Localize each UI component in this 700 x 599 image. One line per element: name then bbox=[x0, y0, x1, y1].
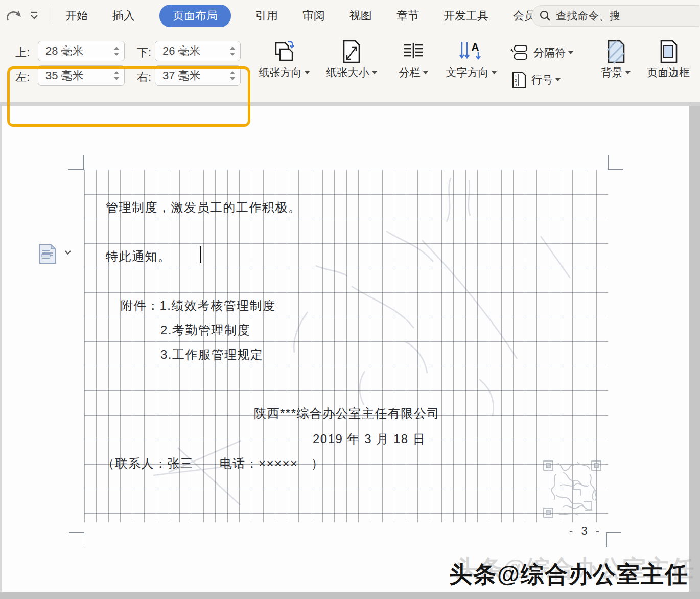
tab-view[interactable]: 视图 bbox=[349, 8, 372, 24]
toolbar-divider bbox=[53, 8, 53, 24]
attachment-line[interactable]: 3.工作服管理规定 bbox=[160, 347, 264, 363]
app-background bbox=[689, 106, 700, 592]
ribbon-content: 上: 28 毫米 下: 26 毫米 左: 35 毫米 右: 37 毫米 bbox=[0, 32, 700, 102]
top-margin-spinner[interactable] bbox=[114, 47, 124, 56]
chevron-down-icon bbox=[568, 51, 573, 54]
bottom-margin-label: 下: bbox=[137, 45, 151, 60]
top-margin-value: 28 毫米 bbox=[45, 43, 114, 59]
page-border-icon bbox=[658, 39, 679, 65]
line-numbers-icon: 1 2 3 bbox=[510, 71, 527, 89]
page-number: - 3 - bbox=[569, 524, 602, 538]
collapse-ribbon-icon[interactable] bbox=[29, 10, 39, 21]
contact-line[interactable]: （联系人：张三 电话：××××× ） bbox=[102, 455, 324, 472]
crop-mark-top-right bbox=[608, 169, 623, 170]
tab-home[interactable]: 开始 bbox=[65, 8, 88, 24]
page-background-label: 背景 bbox=[601, 65, 623, 80]
svg-text:2: 2 bbox=[515, 78, 517, 83]
bottom-margin-spinner[interactable] bbox=[230, 47, 240, 56]
crop-mark-bottom-left bbox=[84, 532, 85, 547]
chevron-down-icon bbox=[555, 78, 561, 81]
svg-text:1: 1 bbox=[515, 74, 517, 78]
wps-window: 开始 插入 页面布局 引用 审阅 视图 章节 开发工具 会员专享 查找命令、搜 … bbox=[0, 0, 700, 599]
tab-section[interactable]: 章节 bbox=[396, 8, 419, 24]
page-border-button[interactable]: 页面边框 bbox=[643, 39, 694, 80]
qr-stamp bbox=[541, 459, 606, 521]
chevron-down-icon bbox=[305, 71, 310, 74]
signature-company-line[interactable]: 陕西***综合办公室主任有限公司 bbox=[254, 405, 440, 422]
bottom-margin-field[interactable]: 26 毫米 bbox=[155, 41, 241, 61]
breaks-button[interactable]: 分隔符 bbox=[510, 44, 573, 61]
search-icon bbox=[539, 10, 551, 22]
redo-icon[interactable] bbox=[6, 8, 22, 24]
crop-mark-top-left bbox=[68, 169, 84, 170]
columns-label: 分栏 bbox=[399, 65, 421, 80]
watermark-text: 头条@综合办公室主任 bbox=[449, 559, 689, 590]
breaks-label: 分隔符 bbox=[533, 45, 566, 60]
svg-text:A: A bbox=[471, 41, 479, 54]
search-placeholder: 查找命令、搜 bbox=[556, 9, 620, 23]
tab-page-layout[interactable]: 页面布局 bbox=[159, 5, 231, 27]
margin-highlight-box bbox=[7, 66, 250, 127]
crop-mark-top-left bbox=[83, 155, 84, 170]
body-text-line[interactable]: 特此通知。 bbox=[106, 248, 171, 265]
tab-review[interactable]: 审阅 bbox=[302, 8, 325, 24]
document-icon bbox=[38, 243, 57, 265]
paper-size-icon bbox=[340, 39, 363, 65]
attachment-line[interactable]: 2.考勤管理制度 bbox=[160, 322, 250, 338]
line-numbers-label: 行号 bbox=[531, 73, 553, 87]
attachment-line[interactable]: 附件：1.绩效考核管理制度 bbox=[121, 297, 276, 314]
crop-mark-bottom-right bbox=[606, 532, 621, 533]
text-direction-icon: A bbox=[458, 39, 484, 65]
chevron-down-icon bbox=[423, 71, 428, 74]
chevron-down-icon bbox=[64, 249, 72, 256]
search-input[interactable]: 查找命令、搜 bbox=[531, 5, 700, 27]
breaks-icon bbox=[510, 44, 529, 61]
crop-mark-top-right bbox=[608, 155, 609, 170]
paper-size-label: 纸张大小 bbox=[326, 65, 369, 80]
ribbon-tab-bar: 开始 插入 页面布局 引用 审阅 视图 章节 开发工具 会员专享 查找命令、搜 bbox=[0, 0, 700, 32]
page-background-icon bbox=[605, 39, 626, 65]
crop-mark-bottom-right bbox=[606, 532, 607, 547]
text-cursor bbox=[200, 246, 201, 263]
bottom-margin-value: 26 毫米 bbox=[162, 43, 230, 59]
body-text-line[interactable]: 管理制度，激发员工的工作积极。 bbox=[106, 199, 301, 216]
top-margin-field[interactable]: 28 毫米 bbox=[38, 41, 125, 61]
top-margin-label: 上: bbox=[15, 45, 30, 60]
paper-size-button[interactable]: 纸张大小 bbox=[321, 39, 382, 80]
page-border-label: 页面边框 bbox=[647, 65, 690, 80]
page-left-edge bbox=[0, 106, 2, 592]
svg-text:3: 3 bbox=[515, 83, 517, 87]
page-settings-widget[interactable] bbox=[38, 243, 72, 265]
paper-orientation-label: 纸张方向 bbox=[259, 65, 302, 80]
tab-references[interactable]: 引用 bbox=[255, 8, 278, 24]
tab-insert[interactable]: 插入 bbox=[112, 8, 135, 24]
columns-icon bbox=[401, 39, 426, 65]
chevron-down-icon bbox=[492, 71, 497, 74]
ribbon-tabs: 开始 插入 页面布局 引用 审阅 视图 章节 开发工具 会员专享 bbox=[65, 0, 558, 32]
app-background bbox=[0, 592, 700, 599]
chevron-down-icon bbox=[372, 71, 377, 74]
line-numbers-button[interactable]: 1 2 3 行号 bbox=[510, 71, 561, 89]
crop-mark-bottom-left bbox=[69, 532, 84, 533]
signature-date-line[interactable]: 2019 年 3 月 18 日 bbox=[313, 431, 426, 447]
paper-orientation-icon bbox=[271, 39, 297, 65]
paper-orientation-button[interactable]: 纸张方向 bbox=[254, 39, 314, 80]
tab-developer-tools[interactable]: 开发工具 bbox=[444, 8, 488, 24]
text-direction-label: 文字方向 bbox=[446, 65, 489, 80]
text-direction-button[interactable]: A 文字方向 bbox=[439, 39, 503, 80]
chevron-down-icon bbox=[625, 71, 631, 74]
page-background-button[interactable]: 背景 bbox=[597, 39, 635, 80]
columns-button[interactable]: 分栏 bbox=[392, 39, 434, 80]
